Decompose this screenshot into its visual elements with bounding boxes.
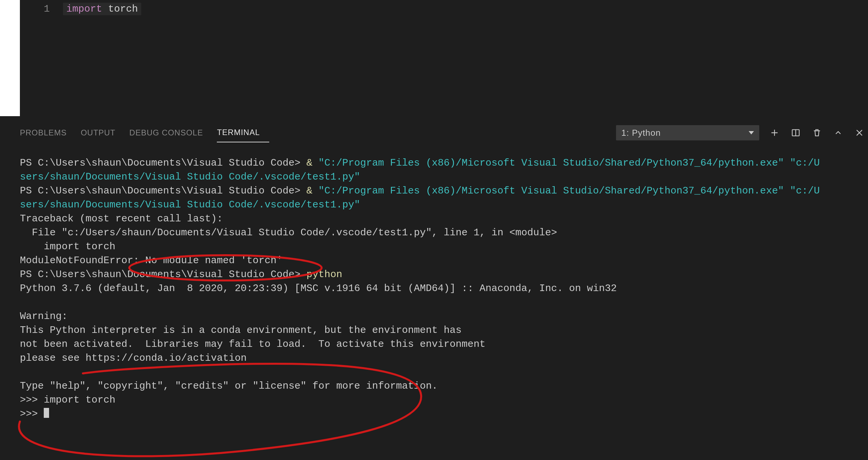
tab-problems[interactable]: PROBLEMS [20,123,76,142]
terminal-line: PS C:\Users\shaun\Documents\Visual Studi… [20,269,342,280]
terminal-line: File "c:/Users/shaun/Documents/Visual St… [20,227,557,238]
panel-tabbar: PROBLEMS OUTPUT DEBUG CONSOLE TERMINAL 1… [20,123,868,143]
terminal-selector-label: 1: Python [621,128,661,138]
tab-debug-console[interactable]: DEBUG CONSOLE [129,123,212,142]
close-icon [855,128,864,137]
terminal-selector[interactable]: 1: Python [616,125,759,140]
terminal-line: Warning: [20,311,68,322]
chevron-up-icon [834,128,843,137]
panel-actions: 1: Python [616,125,865,140]
code-line[interactable]: import torch [63,3,141,15]
editor-pane[interactable]: 1 import torch [0,0,868,116]
keyword-import: import [66,3,102,15]
tab-output[interactable]: OUTPUT [81,123,125,142]
close-panel-button[interactable] [854,127,865,139]
terminal-line: sers/shaun/Documents/Visual Studio Code/… [20,199,360,210]
split-terminal-button[interactable] [790,127,802,139]
kill-terminal-button[interactable] [811,127,823,139]
editor-left-margin [0,0,20,116]
new-terminal-button[interactable] [769,127,780,139]
terminal-line: Python 3.7.6 (default, Jan 8 2020, 20:23… [20,283,617,294]
identifier-torch: torch [102,3,138,15]
terminal-line: Traceback (most recent call last): [20,213,223,224]
split-icon [791,128,800,137]
terminal-line: not been activated. Libraries may fail t… [20,339,486,350]
maximize-panel-button[interactable] [832,127,844,139]
chevron-down-icon [749,131,754,135]
terminal-line: PS C:\Users\shaun\Documents\Visual Studi… [20,157,819,169]
terminal-line: Type "help", "copyright", "credits" or "… [20,380,438,392]
terminal-line: sers/shaun/Documents/Visual Studio Code/… [20,171,360,182]
terminal-line: PS C:\Users\shaun\Documents\Visual Studi… [20,185,819,197]
bottom-panel: PROBLEMS OUTPUT DEBUG CONSOLE TERMINAL 1… [20,123,868,460]
terminal-cursor [44,408,49,418]
terminal-line: please see https://conda.io/activation [20,352,247,364]
terminal-line: ModuleNotFoundError: No module named 'to… [20,255,282,266]
line-number: 1 [27,3,63,15]
terminal-output[interactable]: PS C:\Users\shaun\Documents\Visual Studi… [20,143,868,460]
tab-terminal[interactable]: TERMINAL [217,123,269,142]
editor-line-1[interactable]: 1 import torch [27,2,141,16]
trash-icon [812,128,822,137]
terminal-line: import torch [20,241,115,252]
terminal-line: This Python interpreter is in a conda en… [20,324,462,336]
terminal-line: >>> [20,408,49,420]
plus-icon [770,128,779,137]
terminal-line: >>> import torch [20,394,115,406]
